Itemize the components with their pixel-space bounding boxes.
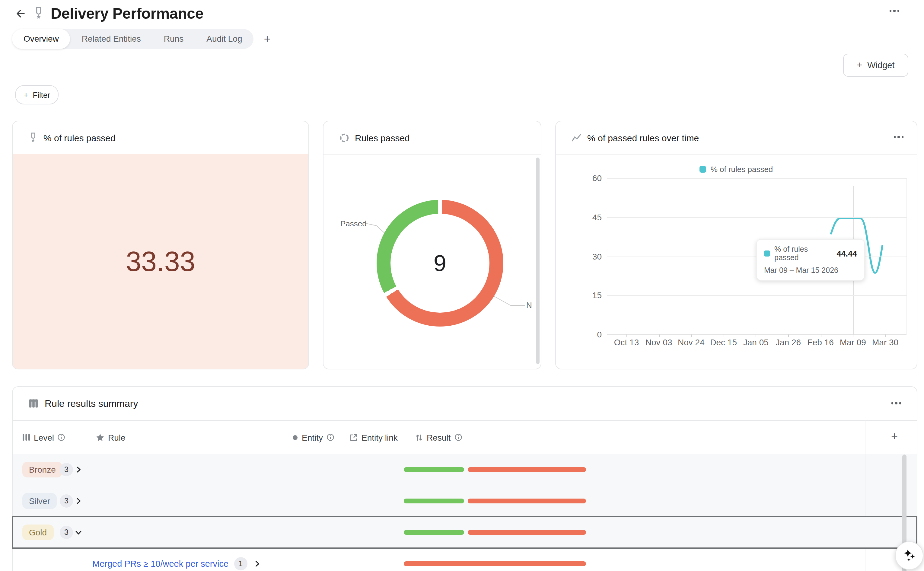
- column-header-entity[interactable]: Entity: [292, 421, 334, 454]
- x-axis-tick: [821, 334, 821, 337]
- assistant-fab[interactable]: [895, 542, 923, 570]
- x-axis-tick: [756, 334, 756, 337]
- star-icon: [96, 433, 105, 441]
- sparkles-icon: [901, 548, 917, 564]
- tab-runs[interactable]: Runs: [153, 29, 195, 49]
- x-axis-tick: [691, 334, 692, 337]
- card-percent-rules-passed: % of rules passed 33.33: [12, 121, 309, 369]
- divider: [556, 154, 917, 154]
- legend-swatch: [700, 166, 706, 173]
- add-column-button[interactable]: +: [887, 429, 902, 444]
- tab-audit-log[interactable]: Audit Log: [195, 29, 253, 49]
- add-widget-label: Widget: [867, 60, 895, 70]
- external-link-icon: [349, 433, 358, 441]
- divider: [324, 154, 541, 154]
- arrow-left-icon: [14, 8, 25, 19]
- donut-chart-icon: [339, 133, 349, 143]
- card-header: % of rules passed: [13, 121, 309, 154]
- column-label: Result: [427, 432, 450, 442]
- x-axis-label: Nov 03: [645, 337, 673, 347]
- column-divider: [86, 420, 86, 571]
- table-row-bronze[interactable]: Bronze3: [13, 454, 917, 485]
- y-axis-label: 15: [578, 291, 602, 300]
- medal-icon: [28, 132, 38, 143]
- card-title: Rules passed: [355, 133, 410, 143]
- count-badge: 1: [234, 557, 247, 570]
- stat-value: 33.33: [126, 245, 195, 278]
- info-icon[interactable]: [327, 434, 334, 441]
- tab-overview[interactable]: Overview: [12, 29, 70, 49]
- failed-bar: [468, 530, 586, 535]
- tooltip-date-range: Mar 09 – Mar 15 2026: [764, 266, 857, 275]
- y-axis-label: 60: [578, 173, 602, 183]
- x-axis-tick: [853, 334, 853, 337]
- tooltip-value: 44.44: [836, 249, 857, 258]
- failed-bar: [468, 498, 586, 503]
- table-subrow-rule[interactable]: Merged PRs ≥ 10/week per service1: [13, 548, 917, 571]
- filter-button[interactable]: + Filter: [15, 85, 59, 105]
- rule-results-summary-card: Rule results summary Level Rule: [12, 386, 917, 571]
- plot-right-boundary: [907, 178, 907, 334]
- tabs-container: OverviewRelated EntitiesRunsAudit Log: [12, 29, 254, 49]
- donut-label-not-passed-clipped: N: [526, 301, 532, 310]
- column-header-level[interactable]: Level: [22, 421, 65, 454]
- add-tab-button[interactable]: +: [262, 32, 273, 46]
- expand-row-button[interactable]: [74, 465, 83, 474]
- x-axis-label: Mar 09: [840, 337, 866, 347]
- table-body: Bronze3Silver3Gold3Merged PRs ≥ 10/week …: [13, 454, 917, 571]
- collapse-row-button[interactable]: [74, 528, 83, 537]
- x-axis-tick: [723, 334, 724, 337]
- donut-center-value: 9: [376, 200, 503, 327]
- chart-legend[interactable]: % of rules passed: [556, 165, 917, 174]
- chevron-down-icon: [74, 528, 83, 537]
- expand-rule-button[interactable]: [253, 560, 261, 568]
- level-badge: Gold: [22, 525, 53, 540]
- info-icon[interactable]: [454, 434, 462, 441]
- legend-label: % of rules passed: [711, 165, 773, 174]
- count-badge: 3: [60, 526, 73, 539]
- info-icon[interactable]: [58, 434, 65, 441]
- column-header-entity-link[interactable]: Entity link: [349, 421, 398, 454]
- chart-overflow-menu-icon[interactable]: [893, 136, 904, 138]
- x-axis-tick: [788, 334, 789, 337]
- table-row-gold[interactable]: Gold3: [13, 517, 917, 548]
- expand-row-button[interactable]: [74, 497, 83, 505]
- chevron-right-icon: [253, 560, 261, 568]
- column-header-rule[interactable]: Rule: [96, 421, 125, 454]
- dot-icon: [292, 434, 298, 440]
- x-axis-label: Dec 15: [710, 337, 737, 347]
- medal-icon: [32, 7, 45, 20]
- column-label: Entity link: [361, 432, 398, 442]
- card-rules-passed: Rules passed 9 Passed N: [323, 121, 541, 369]
- column-header-result[interactable]: Result: [415, 421, 462, 454]
- page-header: Delivery Performance: [12, 2, 204, 24]
- card-scrollbar[interactable]: [536, 157, 540, 364]
- x-axis-tick: [885, 334, 886, 337]
- page-title: Delivery Performance: [51, 5, 204, 22]
- result-bars: [404, 530, 586, 535]
- table-title: Rule results summary: [45, 398, 138, 409]
- donut-label-passed: Passed: [340, 219, 367, 228]
- plus-icon: +: [23, 91, 28, 99]
- column-label: Level: [34, 432, 54, 442]
- rule-link[interactable]: Merged PRs ≥ 10/week per service: [93, 559, 228, 569]
- tab-related-entities[interactable]: Related Entities: [70, 29, 153, 49]
- x-axis-label: Jan 26: [776, 337, 801, 347]
- columns-icon: [22, 434, 30, 441]
- back-button[interactable]: [12, 6, 26, 20]
- table-row-silver[interactable]: Silver3: [13, 485, 917, 517]
- count-badge: 3: [60, 463, 73, 476]
- card-title: % of passed rules over time: [587, 133, 699, 143]
- line-chart-icon: [572, 133, 582, 142]
- x-axis-label: Mar 30: [872, 337, 898, 347]
- chart-tooltip: % of rules passed 44.44 Mar 09 – Mar 15 …: [756, 239, 865, 281]
- passed-bar: [404, 467, 464, 472]
- page-overflow-menu-icon[interactable]: [889, 10, 899, 12]
- column-label: Entity: [302, 432, 323, 442]
- gridline-y-45: [607, 217, 907, 218]
- add-widget-button[interactable]: + Widget: [843, 54, 908, 77]
- table-columns-icon: [28, 398, 39, 409]
- dashboard-page: Delivery Performance OverviewRelated Ent…: [0, 0, 924, 571]
- x-axis-label: Feb 16: [808, 337, 834, 347]
- table-overflow-menu-icon[interactable]: [891, 402, 901, 404]
